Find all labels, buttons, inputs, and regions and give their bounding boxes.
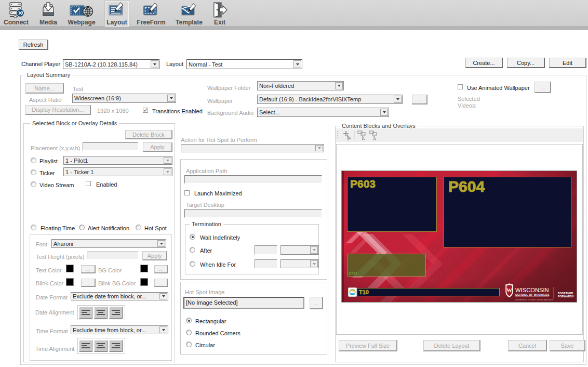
svg-text:W: W bbox=[506, 287, 512, 293]
svg-text:UNIVERSITY OF WISCONSIN-MADISO: UNIVERSITY OF WISCONSIN-MADISON bbox=[515, 299, 553, 301]
svg-text:FORWARD®: FORWARD® bbox=[558, 295, 574, 298]
svg-text:SCHOOL OF BUSINESS: SCHOOL OF BUSINESS bbox=[515, 293, 550, 296]
svg-text:WISCONSIN: WISCONSIN bbox=[515, 287, 549, 293]
